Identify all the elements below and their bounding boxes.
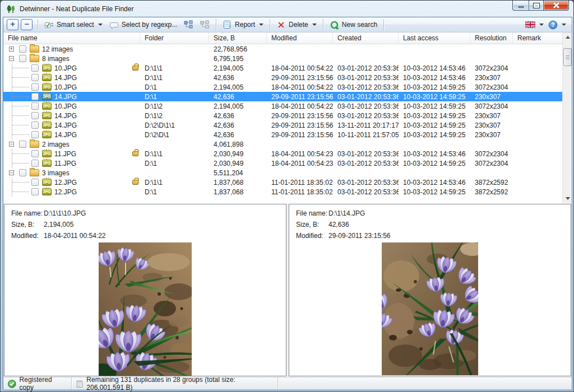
- file-name-inner: +12 images: [3, 44, 140, 54]
- last-access-cell: 10-03-2012 14:53:46: [399, 149, 470, 158]
- remark-cell: [513, 44, 562, 54]
- expand-tree-button[interactable]: [180, 18, 197, 31]
- file-row[interactable]: JPG14.JPGD:\2\D\1\142,63629-09-2011 23:1…: [3, 120, 562, 130]
- column-header-size[interactable]: Size, B: [209, 32, 267, 44]
- report-button[interactable]: Report: [219, 18, 267, 31]
- folder-cell: D:\1: [140, 92, 209, 101]
- column-header-last-access[interactable]: Last access: [399, 32, 470, 44]
- row-checkbox[interactable]: [31, 131, 39, 138]
- row-checkbox[interactable]: [31, 83, 39, 91]
- resolution-cell: 230x307: [470, 120, 513, 130]
- size-cell: 2,194,005: [209, 101, 267, 111]
- row-checkbox[interactable]: [19, 45, 26, 53]
- close-button[interactable]: [544, 1, 569, 11]
- size-label: Size, B:: [11, 221, 44, 228]
- help-button[interactable]: ?: [547, 18, 567, 31]
- size-cell: 42,636: [209, 92, 267, 101]
- expand-all-button[interactable]: +: [7, 19, 18, 30]
- file-row[interactable]: JPG12.JPGD:\1\11,837,06811-01-2011 18:35…: [3, 178, 562, 187]
- last-access-cell: 10-03-2012 14:59:25: [399, 101, 470, 111]
- column-header-resolution[interactable]: Resolution: [470, 32, 513, 44]
- row-checkbox[interactable]: [31, 122, 39, 129]
- file-name: 12.JPG: [54, 179, 77, 186]
- file-row[interactable]: JPG10.JPGD:\12,194,00518-04-2011 00:54:2…: [3, 82, 562, 92]
- row-checkbox[interactable]: [31, 93, 39, 100]
- row-checkbox[interactable]: [19, 141, 26, 148]
- lock-icon: [132, 180, 138, 185]
- smart-select-button[interactable]: Smart select: [41, 18, 106, 31]
- size-label: Size, B:: [296, 221, 328, 228]
- size-value: 2,194,005: [44, 221, 73, 228]
- folder-cell: [140, 168, 209, 178]
- column-header-folder[interactable]: Folder: [140, 32, 209, 44]
- group-row[interactable]: −2 images4,061,898: [3, 139, 562, 149]
- group-name: 12 images: [42, 45, 73, 53]
- file-row[interactable]: JPG14.JPGD:\142,63629-09-2011 23:15:5603…: [3, 92, 562, 101]
- scroll-up-button[interactable]: [563, 32, 572, 42]
- tree-line: [12, 92, 31, 101]
- modified-cell: 29-09-2011 23:15:56: [267, 120, 333, 130]
- column-header-file-name[interactable]: File name: [3, 32, 140, 44]
- row-checkbox[interactable]: [31, 64, 39, 72]
- select-by-regexp-button[interactable]: Select by regexp...: [106, 18, 180, 31]
- tree-collapse-toggle[interactable]: −: [9, 142, 14, 147]
- vertical-scrollbar[interactable]: [562, 32, 572, 203]
- toolbar: + − Smart select Select by regexp...: [3, 17, 572, 32]
- size-cell: 2,194,005: [209, 82, 267, 92]
- file-name: 14.JPG: [54, 93, 77, 101]
- file-row[interactable]: JPG11.JPGD:\1\12,030,94918-04-2011 00:54…: [3, 149, 562, 158]
- file-row[interactable]: JPG14.JPGD:\1\142,63629-09-2011 23:15:56…: [3, 73, 562, 82]
- group-row[interactable]: −3 images5,511,204: [3, 168, 562, 178]
- folder-icon: [30, 141, 39, 148]
- file-name: 14.JPG: [54, 131, 77, 139]
- row-checkbox[interactable]: [31, 179, 39, 186]
- row-checkbox[interactable]: [31, 112, 39, 119]
- file-row[interactable]: JPG14.JPGD:\1\242,63629-09-2011 23:15:56…: [3, 111, 562, 120]
- collapse-tree-icon: [200, 20, 210, 30]
- file-name-cell: −3 images: [3, 168, 140, 178]
- file-name-inner: JPG14.JPG: [3, 130, 140, 139]
- file-row[interactable]: JPG14.JPGD:\2\D\142,63629-09-2011 23:15:…: [3, 130, 562, 139]
- scrollbar-thumb[interactable]: [563, 48, 572, 66]
- created-cell: 03-01-2012 20:53:36: [333, 101, 399, 111]
- language-button[interactable]: [524, 20, 545, 30]
- column-header-remark[interactable]: Remark: [513, 32, 562, 44]
- column-header-created[interactable]: Created: [333, 32, 399, 44]
- resolution-cell: 3072x2304: [470, 149, 513, 158]
- remark-cell: [513, 130, 562, 139]
- row-checkbox[interactable]: [31, 102, 39, 110]
- title-bar[interactable]: Detwinner - Neat Duplicate File Finder: [1, 1, 573, 17]
- row-checkbox[interactable]: [19, 55, 26, 62]
- group-row[interactable]: −8 images6,795,195: [3, 54, 562, 63]
- tree-expand-toggle[interactable]: +: [9, 46, 14, 52]
- size-cell: 2,030,949: [209, 149, 267, 158]
- tree-collapse-toggle[interactable]: −: [9, 56, 14, 61]
- new-search-button[interactable]: New search: [326, 18, 381, 31]
- created-cell: [333, 139, 399, 149]
- help-icon: ?: [548, 20, 558, 30]
- group-row[interactable]: +12 images22,768,956: [3, 44, 562, 54]
- collapse-all-button[interactable]: −: [21, 19, 33, 30]
- file-name-inner: JPG10.JPG: [3, 63, 140, 73]
- registered-copy-section: Registered copy: [3, 377, 72, 390]
- window-controls: [512, 1, 569, 11]
- file-row[interactable]: JPG11.JPGD:\12,030,94918-04-2011 00:54:2…: [3, 158, 562, 168]
- delete-button[interactable]: Delete: [273, 18, 320, 31]
- row-checkbox[interactable]: [31, 74, 39, 81]
- row-checkbox[interactable]: [31, 188, 39, 195]
- file-row[interactable]: JPG12.JPGD:\11,837,06811-01-2011 18:35:0…: [3, 187, 562, 197]
- scroll-down-button[interactable]: [563, 194, 572, 203]
- row-checkbox[interactable]: [31, 150, 39, 157]
- folder-cell: D:\1: [140, 82, 209, 92]
- collapse-tree-button[interactable]: [197, 18, 213, 31]
- file-row[interactable]: JPG10.JPGD:\1\22,194,00518-04-2011 00:54…: [3, 101, 562, 111]
- maximize-button[interactable]: [529, 1, 544, 11]
- tree-collapse-toggle[interactable]: −: [9, 170, 14, 175]
- minimize-button[interactable]: [512, 1, 529, 11]
- tree-line: [12, 187, 31, 197]
- file-row[interactable]: JPG10.JPGD:\1\12,194,00518-04-2011 00:54…: [3, 63, 562, 73]
- row-checkbox[interactable]: [19, 169, 26, 176]
- row-checkbox[interactable]: [31, 160, 39, 167]
- file-name-cell: JPG10.JPG: [3, 101, 140, 111]
- column-header-modified[interactable]: Modified: [267, 32, 333, 44]
